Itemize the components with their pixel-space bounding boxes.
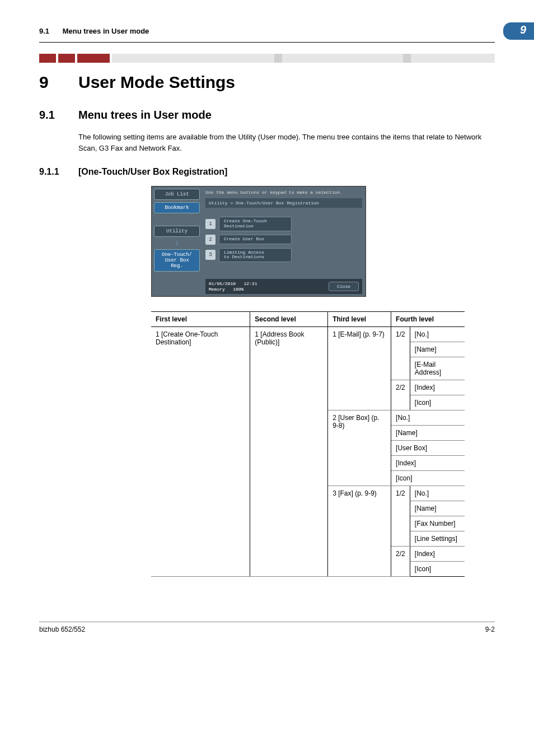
decorative-stripe bbox=[39, 54, 495, 63]
chapter-heading: 9 User Mode Settings bbox=[39, 73, 495, 92]
cell-third-email: 1 [E-Mail] (p. 9-7) bbox=[328, 327, 391, 410]
cell-fax-index: [Index] bbox=[410, 547, 465, 562]
cell-userbox-index: [Index] bbox=[391, 456, 465, 471]
tab-job-list[interactable]: Job List bbox=[154, 189, 200, 200]
cell-userbox-name: [Name] bbox=[391, 426, 465, 441]
device-screenshot: Job List Bookmark Utility ↓ One-Touch/ U… bbox=[151, 186, 366, 297]
arrow-down-icon: ↓ bbox=[154, 239, 200, 247]
cell-fax-no: [No.] bbox=[410, 486, 465, 501]
tab-one-touch-reg[interactable]: One-Touch/ User Box Reg. bbox=[154, 249, 200, 272]
cell-third-userbox: 2 [User Box] (p. 9-8) bbox=[328, 410, 391, 486]
footer-date: 01/05/2010 bbox=[209, 281, 236, 286]
cell-page-22-b: 2/2 bbox=[391, 547, 410, 577]
th-fourth-level: Fourth level bbox=[391, 312, 465, 327]
menu-index-3: 3 bbox=[205, 250, 216, 260]
cell-second-level: 1 [Address Book (Public)] bbox=[250, 327, 328, 577]
chapter-num: 9 bbox=[39, 73, 78, 92]
header-section-num: 9.1 bbox=[39, 27, 49, 35]
cell-third-fax: 3 [Fax] (p. 9-9) bbox=[328, 486, 391, 577]
menu-index-1: 1 bbox=[205, 219, 216, 229]
cell-page-12-b: 1/2 bbox=[391, 486, 410, 547]
chapter-badge: 9 bbox=[503, 22, 534, 40]
section-num: 9.1 bbox=[39, 109, 78, 122]
cell-email-name: [Name] bbox=[410, 342, 465, 357]
footer-mem-val: 100% bbox=[233, 287, 243, 292]
cell-fax-line: [Line Settings] bbox=[410, 531, 465, 547]
section-heading: 9.1 Menu trees in User mode bbox=[39, 109, 495, 122]
menu-limiting-access[interactable]: Limiting Access to Destinations bbox=[219, 248, 292, 263]
section-body: The following setting items are availabl… bbox=[78, 132, 493, 153]
menu-tree-table: First level Second level Third level Fou… bbox=[151, 311, 465, 577]
cell-email-index: [Index] bbox=[410, 380, 465, 395]
section-title: Menu trees in User mode bbox=[78, 109, 212, 122]
chapter-title: User Mode Settings bbox=[78, 73, 235, 92]
subsection-num: 9.1.1 bbox=[39, 167, 78, 177]
cell-email-address: [E-Mail Address] bbox=[410, 357, 465, 380]
th-first-level: First level bbox=[151, 312, 250, 327]
footer-mem-label: Memory bbox=[209, 287, 225, 292]
header-section-title: Menu trees in User mode bbox=[63, 27, 149, 35]
tab-utility[interactable]: Utility bbox=[154, 226, 200, 237]
page-header: 9.1 Menu trees in User mode 9 bbox=[39, 22, 495, 43]
cell-email-no: [No.] bbox=[410, 327, 465, 342]
cell-userbox-icon: [Icon] bbox=[391, 471, 465, 486]
cell-page-12-a: 1/2 bbox=[391, 327, 410, 380]
cell-userbox-userbox: [User Box] bbox=[391, 441, 465, 456]
page-footer: bizhub 652/552 9-2 bbox=[39, 622, 495, 633]
footer-page: 9-2 bbox=[485, 626, 495, 633]
cell-fax-number: [Fax Number] bbox=[410, 516, 465, 531]
cell-first-level: 1 [Create One-Touch Destination] bbox=[151, 327, 250, 577]
tab-bookmark[interactable]: Bookmark bbox=[154, 202, 200, 213]
th-second-level: Second level bbox=[250, 312, 328, 327]
footer-time: 12:31 bbox=[243, 281, 257, 286]
subsection-heading: 9.1.1 [One-Touch/User Box Registration] bbox=[39, 167, 495, 177]
hint-text: Use the menu buttons or keypad to make a… bbox=[205, 189, 362, 198]
menu-index-2: 2 bbox=[205, 235, 216, 245]
subsection-title: [One-Touch/User Box Registration] bbox=[78, 167, 227, 177]
cell-fax-name: [Name] bbox=[410, 501, 465, 516]
cell-fax-icon: [Icon] bbox=[410, 562, 465, 577]
menu-create-user-box[interactable]: Create User Box bbox=[219, 235, 292, 244]
close-button[interactable]: Close bbox=[329, 282, 359, 291]
th-third-level: Third level bbox=[328, 312, 391, 327]
cell-userbox-no: [No.] bbox=[391, 410, 465, 426]
breadcrumb: Utility > One-Touch/User Box Registratio… bbox=[205, 198, 362, 208]
footer-model: bizhub 652/552 bbox=[39, 626, 85, 633]
menu-create-one-touch[interactable]: Create One-Touch Destination bbox=[219, 217, 292, 231]
cell-email-icon: [Icon] bbox=[410, 395, 465, 410]
cell-page-22-a: 2/2 bbox=[391, 380, 410, 410]
